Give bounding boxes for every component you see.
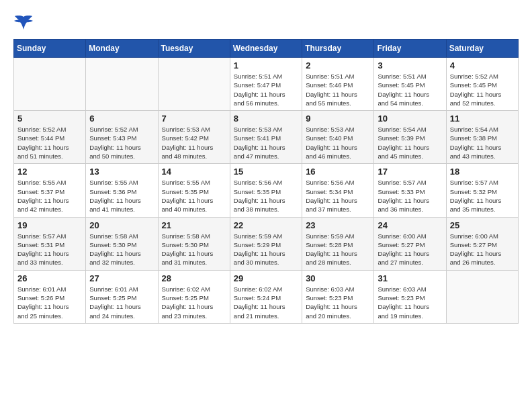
day-info: Sunrise: 5:58 AM Sunset: 5:30 PM Dayligh… (89, 232, 154, 267)
day-number: 8 (234, 113, 298, 124)
day-number: 14 (162, 167, 226, 177)
calendar-day-6: 6Sunrise: 5:52 AM Sunset: 5:43 PM Daylig… (86, 111, 158, 164)
calendar-day-13: 13Sunrise: 5:55 AM Sunset: 5:36 PM Dayli… (86, 164, 158, 217)
day-info: Sunrise: 5:57 AM Sunset: 5:32 PM Dayligh… (450, 178, 515, 214)
day-info: Sunrise: 6:01 AM Sunset: 5:26 PM Dayligh… (17, 285, 82, 320)
calendar-week-1: 1Sunrise: 5:51 AM Sunset: 5:47 PM Daylig… (14, 58, 519, 111)
calendar-day-17: 17Sunrise: 5:57 AM Sunset: 5:33 PM Dayli… (374, 164, 446, 217)
day-info: Sunrise: 6:02 AM Sunset: 5:24 PM Dayligh… (234, 285, 298, 320)
day-info: Sunrise: 5:51 AM Sunset: 5:47 PM Dayligh… (234, 72, 298, 107)
calendar-day-21: 21Sunrise: 5:58 AM Sunset: 5:30 PM Dayli… (158, 217, 230, 270)
day-number: 20 (89, 220, 154, 230)
weekday-header-tuesday: Tuesday (158, 40, 230, 58)
day-number: 1 (234, 60, 298, 71)
day-info: Sunrise: 6:00 AM Sunset: 5:27 PM Dayligh… (378, 232, 442, 267)
calendar-day-20: 20Sunrise: 5:58 AM Sunset: 5:30 PM Dayli… (86, 217, 158, 270)
day-info: Sunrise: 5:51 AM Sunset: 5:46 PM Dayligh… (306, 72, 370, 107)
day-number: 3 (378, 60, 442, 71)
day-info: Sunrise: 6:00 AM Sunset: 5:27 PM Dayligh… (450, 232, 515, 267)
day-number: 23 (306, 220, 370, 230)
weekday-header-monday: Monday (86, 40, 158, 58)
day-info: Sunrise: 5:53 AM Sunset: 5:40 PM Dayligh… (306, 125, 370, 161)
calendar-day-1: 1Sunrise: 5:51 AM Sunset: 5:47 PM Daylig… (230, 58, 302, 111)
day-number: 22 (234, 220, 298, 230)
calendar-table: SundayMondayTuesdayWednesdayThursdayFrid… (13, 39, 519, 324)
day-number: 7 (162, 113, 226, 124)
weekday-header-friday: Friday (374, 40, 446, 58)
day-number: 11 (450, 113, 515, 124)
calendar-day-12: 12Sunrise: 5:55 AM Sunset: 5:37 PM Dayli… (14, 164, 86, 217)
day-number: 9 (306, 113, 370, 124)
day-number: 24 (378, 220, 442, 230)
day-info: Sunrise: 5:56 AM Sunset: 5:34 PM Dayligh… (306, 178, 370, 214)
day-number: 18 (450, 167, 515, 177)
day-number: 29 (234, 273, 298, 283)
calendar-day-29: 29Sunrise: 6:02 AM Sunset: 5:24 PM Dayli… (230, 270, 302, 323)
day-info: Sunrise: 5:57 AM Sunset: 5:33 PM Dayligh… (378, 178, 442, 214)
day-number: 15 (234, 167, 298, 177)
calendar-day-25: 25Sunrise: 6:00 AM Sunset: 5:27 PM Dayli… (446, 217, 518, 270)
day-number: 12 (17, 167, 82, 177)
day-info: Sunrise: 5:55 AM Sunset: 5:37 PM Dayligh… (17, 178, 82, 214)
day-number: 16 (306, 167, 370, 177)
weekday-header-sunday: Sunday (14, 40, 86, 58)
day-info: Sunrise: 5:56 AM Sunset: 5:35 PM Dayligh… (234, 178, 298, 214)
calendar-day-18: 18Sunrise: 5:57 AM Sunset: 5:32 PM Dayli… (446, 164, 518, 217)
calendar-day-3: 3Sunrise: 5:51 AM Sunset: 5:45 PM Daylig… (374, 58, 446, 111)
weekday-header-thursday: Thursday (302, 40, 374, 58)
calendar-day-22: 22Sunrise: 5:59 AM Sunset: 5:29 PM Dayli… (230, 217, 302, 270)
day-info: Sunrise: 5:55 AM Sunset: 5:36 PM Dayligh… (89, 178, 154, 214)
day-info: Sunrise: 5:55 AM Sunset: 5:35 PM Dayligh… (162, 178, 226, 214)
day-info: Sunrise: 6:01 AM Sunset: 5:25 PM Dayligh… (89, 285, 154, 320)
weekday-header-saturday: Saturday (446, 40, 518, 58)
calendar-day-5: 5Sunrise: 5:52 AM Sunset: 5:44 PM Daylig… (14, 111, 86, 164)
calendar-day-15: 15Sunrise: 5:56 AM Sunset: 5:35 PM Dayli… (230, 164, 302, 217)
day-number: 5 (17, 113, 82, 124)
calendar-day-11: 11Sunrise: 5:54 AM Sunset: 5:38 PM Dayli… (446, 111, 518, 164)
day-info: Sunrise: 6:03 AM Sunset: 5:23 PM Dayligh… (306, 285, 370, 320)
day-number: 21 (162, 220, 226, 230)
calendar-week-2: 5Sunrise: 5:52 AM Sunset: 5:44 PM Daylig… (14, 111, 519, 164)
calendar-day-empty (158, 58, 230, 111)
day-number: 31 (378, 273, 442, 283)
day-info: Sunrise: 5:59 AM Sunset: 5:29 PM Dayligh… (234, 232, 298, 267)
day-info: Sunrise: 5:57 AM Sunset: 5:31 PM Dayligh… (17, 232, 82, 267)
day-info: Sunrise: 5:52 AM Sunset: 5:43 PM Dayligh… (89, 125, 154, 161)
weekday-header-wednesday: Wednesday (230, 40, 302, 58)
calendar-day-30: 30Sunrise: 6:03 AM Sunset: 5:23 PM Dayli… (302, 270, 374, 323)
calendar-day-10: 10Sunrise: 5:54 AM Sunset: 5:39 PM Dayli… (374, 111, 446, 164)
day-number: 10 (378, 113, 442, 124)
calendar-day-empty (14, 58, 86, 111)
calendar-day-31: 31Sunrise: 6:03 AM Sunset: 5:23 PM Dayli… (374, 270, 446, 323)
day-number: 17 (378, 167, 442, 177)
day-info: Sunrise: 5:52 AM Sunset: 5:45 PM Dayligh… (450, 72, 515, 107)
day-number: 6 (89, 113, 154, 124)
calendar-day-24: 24Sunrise: 6:00 AM Sunset: 5:27 PM Dayli… (374, 217, 446, 270)
day-number: 19 (17, 220, 82, 230)
calendar-day-2: 2Sunrise: 5:51 AM Sunset: 5:46 PM Daylig… (302, 58, 374, 111)
day-number: 2 (306, 60, 370, 71)
day-info: Sunrise: 5:54 AM Sunset: 5:39 PM Dayligh… (378, 125, 442, 161)
calendar-day-16: 16Sunrise: 5:56 AM Sunset: 5:34 PM Dayli… (302, 164, 374, 217)
calendar-day-empty (86, 58, 158, 111)
day-info: Sunrise: 5:51 AM Sunset: 5:45 PM Dayligh… (378, 72, 442, 107)
calendar-day-26: 26Sunrise: 6:01 AM Sunset: 5:26 PM Dayli… (14, 270, 86, 323)
day-number: 28 (162, 273, 226, 283)
logo-bird-icon (13, 13, 34, 32)
day-info: Sunrise: 5:54 AM Sunset: 5:38 PM Dayligh… (450, 125, 515, 161)
day-info: Sunrise: 5:53 AM Sunset: 5:41 PM Dayligh… (234, 125, 298, 161)
calendar-day-4: 4Sunrise: 5:52 AM Sunset: 5:45 PM Daylig… (446, 58, 518, 111)
calendar-day-7: 7Sunrise: 5:53 AM Sunset: 5:42 PM Daylig… (158, 111, 230, 164)
page-header (13, 13, 519, 32)
calendar-day-23: 23Sunrise: 5:59 AM Sunset: 5:28 PM Dayli… (302, 217, 374, 270)
calendar-week-5: 26Sunrise: 6:01 AM Sunset: 5:26 PM Dayli… (14, 270, 519, 323)
logo (13, 13, 36, 32)
calendar-day-8: 8Sunrise: 5:53 AM Sunset: 5:41 PM Daylig… (230, 111, 302, 164)
day-number: 27 (89, 273, 154, 283)
calendar-day-19: 19Sunrise: 5:57 AM Sunset: 5:31 PM Dayli… (14, 217, 86, 270)
calendar-week-3: 12Sunrise: 5:55 AM Sunset: 5:37 PM Dayli… (14, 164, 519, 217)
calendar-day-9: 9Sunrise: 5:53 AM Sunset: 5:40 PM Daylig… (302, 111, 374, 164)
day-info: Sunrise: 6:02 AM Sunset: 5:25 PM Dayligh… (162, 285, 226, 320)
calendar-week-4: 19Sunrise: 5:57 AM Sunset: 5:31 PM Dayli… (14, 217, 519, 270)
day-info: Sunrise: 6:03 AM Sunset: 5:23 PM Dayligh… (378, 285, 442, 320)
